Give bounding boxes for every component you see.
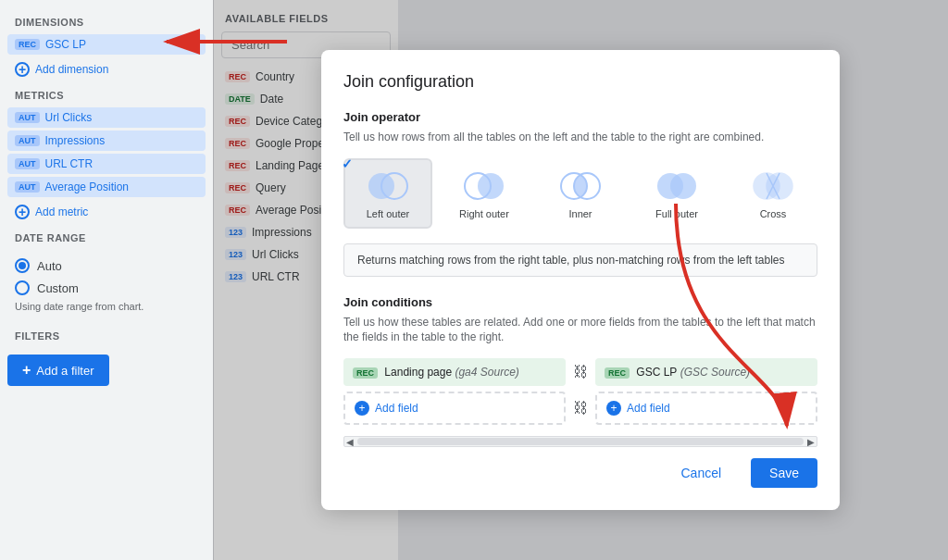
- radio-custom: [15, 280, 30, 295]
- dimensions-title: Dimensions: [0, 11, 213, 31]
- venn-cross: [750, 169, 796, 203]
- scroll-track: [357, 438, 804, 445]
- join-option-full-outer[interactable]: Full outer: [632, 158, 721, 229]
- metric-label-1: Impressions: [45, 134, 106, 147]
- scroll-right-arrow[interactable]: ▶: [807, 437, 815, 447]
- filters-section: + Add a filter: [0, 345, 213, 395]
- join-operator-desc: Tell us how rows from all the tables on …: [343, 130, 817, 145]
- dimension-label: GSC LP: [45, 38, 86, 51]
- metric-badge-0: AUT: [15, 112, 40, 123]
- plus-circle-left: +: [355, 401, 369, 416]
- left-table-label: Landing page: [384, 366, 452, 379]
- join-option-left-outer[interactable]: ✓ Left outer: [343, 158, 432, 229]
- metric-average-position[interactable]: AUT Average Position: [7, 177, 206, 197]
- plus-circle-right: +: [606, 401, 621, 416]
- sidebar: Dimensions REC GSC LP + Add dimension Me…: [0, 0, 213, 560]
- venn-left-outer: [365, 169, 411, 203]
- scroll-left-arrow[interactable]: ◀: [346, 437, 354, 447]
- join-conditions-desc: Tell us how these tables are related. Ad…: [343, 315, 817, 346]
- scroll-arrows: ◀ ▶: [344, 437, 817, 447]
- venn-inner: [557, 169, 604, 203]
- svg-point-11: [767, 173, 792, 199]
- dimension-badge: REC: [15, 39, 40, 50]
- modal-overlay: Join configuration Join operator Tell us…: [213, 0, 948, 560]
- add-dimension-label: Add dimension: [35, 63, 108, 76]
- metric-badge-1: AUT: [15, 135, 40, 146]
- result-description: Returns matching rows from the right tab…: [343, 243, 817, 277]
- add-field-left-label: Add field: [375, 402, 418, 415]
- right-table-field: REC GSC LP (GSC Source): [595, 358, 817, 386]
- join-options: ✓ Left outer Righ: [343, 158, 817, 229]
- add-metric-label: Add metric: [35, 205, 88, 218]
- add-field-row: + Add field ⛓ + Add field: [343, 392, 817, 425]
- metric-label-2: URL CTR: [45, 157, 94, 170]
- dimension-chip-gsc-lp[interactable]: REC GSC LP: [7, 34, 206, 55]
- filters-title: Filters: [0, 325, 213, 345]
- join-conditions-heading: Join conditions: [343, 295, 817, 309]
- join-config-modal: Join configuration Join operator Tell us…: [321, 50, 840, 510]
- plus-icon-filter: +: [22, 362, 31, 379]
- left-table-badge: REC: [353, 367, 378, 379]
- svg-point-3: [478, 173, 504, 199]
- modal-title: Join configuration: [343, 72, 817, 92]
- join-label-inner: Inner: [568, 208, 592, 219]
- right-table-label: GSC LP: [636, 366, 677, 379]
- plus-icon-metric: +: [15, 205, 30, 219]
- join-label-left-outer: Left outer: [367, 208, 409, 219]
- link-icon: ⛓: [573, 364, 588, 380]
- metric-url-clicks[interactable]: AUT Url Clicks: [7, 107, 206, 128]
- metric-label-0: Url Clicks: [45, 111, 93, 124]
- right-table-source: (GSC Source): [680, 366, 750, 379]
- add-field-right-label: Add field: [627, 402, 670, 415]
- join-label-full-outer: Full outer: [655, 208, 698, 219]
- link-icon-2: ⛓: [573, 400, 588, 417]
- left-table-source: (ga4 Source): [455, 366, 518, 379]
- venn-full-outer: [654, 169, 700, 203]
- join-fields-row: REC Landing page (ga4 Source) ⛓ REC GSC …: [343, 358, 817, 386]
- metric-label-3: Average Position: [45, 180, 130, 193]
- add-metric-button[interactable]: + Add metric: [7, 201, 206, 223]
- metric-impressions[interactable]: AUT Impressions: [7, 131, 206, 151]
- metrics-title: Metrics: [0, 84, 213, 105]
- add-dimension-button[interactable]: + Add dimension: [7, 58, 206, 81]
- join-option-inner[interactable]: Inner: [536, 158, 625, 229]
- date-auto-option[interactable]: Auto: [0, 255, 213, 277]
- join-option-cross[interactable]: Cross: [729, 158, 817, 229]
- join-label-cross: Cross: [760, 208, 787, 219]
- plus-icon: +: [15, 62, 30, 77]
- checkmark-icon: ✓: [342, 156, 353, 171]
- join-option-right-outer[interactable]: Right outer: [440, 158, 529, 229]
- metric-url-ctr[interactable]: AUT URL CTR: [7, 154, 206, 174]
- date-range-title: Date range: [0, 227, 213, 247]
- add-field-left-button[interactable]: + Add field: [343, 392, 566, 425]
- add-filter-button[interactable]: + Add a filter: [7, 355, 109, 386]
- date-range-section: Auto Custom Using date range from chart.: [0, 247, 213, 325]
- add-filter-label: Add a filter: [36, 364, 94, 378]
- join-label-right-outer: Right outer: [459, 208, 509, 219]
- venn-right-outer: [461, 169, 507, 203]
- date-auto-label: Auto: [37, 259, 62, 273]
- add-field-right-button[interactable]: + Add field: [595, 392, 817, 425]
- left-table-field: REC Landing page (ga4 Source): [343, 358, 566, 386]
- horizontal-scrollbar[interactable]: ◀ ▶: [343, 436, 817, 447]
- metric-badge-2: AUT: [15, 158, 40, 169]
- date-custom-option[interactable]: Custom: [0, 277, 213, 299]
- date-hint: Using date range from chart.: [0, 299, 213, 317]
- join-operator-heading: Join operator: [343, 110, 817, 124]
- date-custom-label: Custom: [37, 281, 79, 295]
- modal-footer: Cancel Save: [343, 458, 817, 488]
- metric-badge-3: AUT: [15, 181, 40, 193]
- svg-point-9: [670, 173, 696, 199]
- save-button[interactable]: Save: [751, 458, 817, 488]
- radio-auto: [15, 258, 30, 273]
- cancel-button[interactable]: Cancel: [662, 458, 740, 488]
- right-table-badge: REC: [605, 367, 630, 379]
